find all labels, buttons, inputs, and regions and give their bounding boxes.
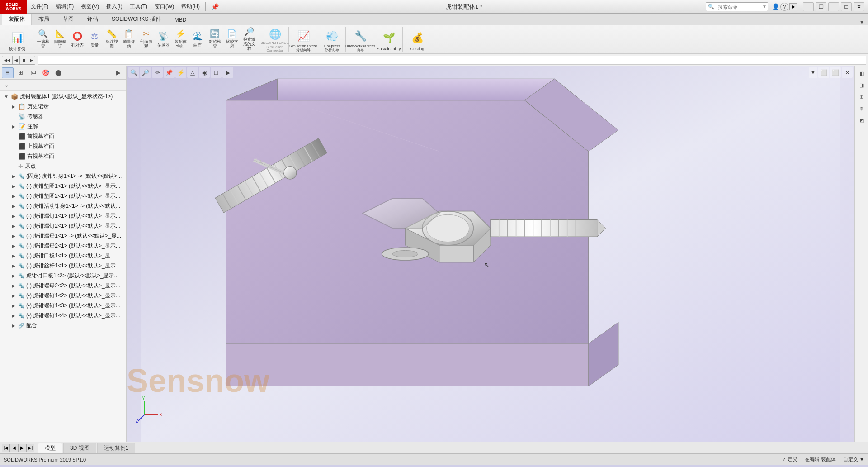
vp-lightning-btn[interactable]: ⚡ bbox=[175, 67, 186, 78]
vp-play-btn[interactable]: ▶ bbox=[222, 67, 233, 78]
tab-motion[interactable]: 运动算例1 bbox=[97, 443, 136, 453]
ribbon-icon-mass-eval[interactable]: 📋 质量评估 bbox=[121, 28, 137, 50]
tab-mbd[interactable]: MBD bbox=[168, 14, 193, 25]
ribbon-icon-symmetry[interactable]: 🔄 对称检查 bbox=[207, 28, 223, 50]
vp-tri-btn[interactable]: △ bbox=[187, 67, 198, 78]
ribbon-icon-hole-align[interactable]: ⭕ 孔对齐 bbox=[69, 28, 85, 50]
tree-history[interactable]: ▶ 📋 历史记录 bbox=[7, 101, 126, 111]
tree-expand-washer1[interactable]: ▶ bbox=[11, 183, 16, 189]
tree-expand-bolt3[interactable]: ▶ bbox=[11, 313, 16, 318]
tree-expand-mate[interactable]: ▶ bbox=[11, 323, 16, 328]
ribbon-icon-costing[interactable]: 💰 Costing bbox=[406, 28, 428, 53]
tree-washer1[interactable]: ▶ 🔩 (-) 虎钳垫圈1<1> (默认<<默认>_显示... bbox=[7, 181, 126, 191]
tab-evaluate[interactable]: 评估 bbox=[80, 13, 105, 25]
ribbon-icon-perf[interactable]: ⚡ 装配体性能 bbox=[172, 28, 189, 50]
ribbon-icon-curve[interactable]: 🌊 曲面 bbox=[189, 28, 206, 50]
ribbon-icon-driveworks[interactable]: 🔧 DriveWorksXpress向导 bbox=[349, 28, 371, 53]
tree-expand-plate2[interactable]: ▶ bbox=[11, 273, 16, 278]
rp-btn-4[interactable]: ⊗ bbox=[856, 103, 867, 114]
tree-expand-bolt2[interactable]: ▶ bbox=[11, 303, 16, 308]
tree-bolt2[interactable]: ▶ 🔩 (-) 虎钳螺钉1<3> (默认<<默认>_显示... bbox=[7, 300, 126, 310]
vp-rect-btn[interactable]: □ bbox=[211, 67, 222, 78]
cmd-next-btn[interactable]: ▶ bbox=[28, 56, 35, 65]
vp-circle-btn[interactable]: ◉ bbox=[199, 67, 210, 78]
cmd-stop-btn[interactable]: ⏹ bbox=[20, 56, 28, 65]
3d-viewport[interactable]: 🔍 🔎 ✏ 📌 ⚡ △ ◉ □ ▶ ▼ ⬜ ⬜ ✕ bbox=[127, 66, 854, 442]
tree-root[interactable]: ▼ 📦 虎钳装配体1 (默认<默认_显示状态-1>) bbox=[0, 91, 126, 101]
vp-expand2-btn[interactable]: ⬜ bbox=[830, 67, 841, 78]
tree-expand-root[interactable]: ▼ bbox=[4, 94, 9, 99]
vp-pin-btn[interactable]: 📌 bbox=[164, 67, 175, 78]
ribbon-icon-mass[interactable]: ⚖ 质量 bbox=[86, 28, 103, 50]
tree-front-plane[interactable]: ⬛ 前视基准面 bbox=[7, 131, 126, 141]
nav-first-btn[interactable]: |◀ bbox=[2, 444, 10, 452]
ribbon-icon-compare[interactable]: 📄 比较文档 bbox=[224, 28, 240, 50]
panel-tab-property[interactable]: ⊞ bbox=[14, 67, 26, 78]
rp-btn-3[interactable]: ⊕ bbox=[856, 91, 867, 102]
panel-collapse-btn[interactable]: ─ bbox=[828, 2, 839, 11]
ribbon-icon-check-active[interactable]: 🔎 检查激活的文档 bbox=[241, 28, 257, 50]
tree-expand-screw2[interactable]: ▶ bbox=[11, 223, 16, 229]
panel-tab-target[interactable]: 🎯 bbox=[40, 67, 52, 78]
tab-sw-plugins[interactable]: SOLIDWORKS 插件 bbox=[105, 13, 168, 25]
nav-next-btn[interactable]: ▶ bbox=[18, 444, 26, 452]
menu-pin[interactable]: 📌 bbox=[208, 0, 222, 13]
vp-zoom2-btn[interactable]: 🔎 bbox=[140, 67, 151, 78]
vp-view-menu-btn[interactable]: ▼ bbox=[809, 67, 817, 78]
ribbon-icon-sustainability[interactable]: 🌱 Sustainability bbox=[378, 28, 400, 53]
tree-body1[interactable]: ▶ 🔩 (固定) 虎钳钳身1<1> -> (默认<<默认>... bbox=[7, 171, 126, 181]
user-icon[interactable]: 👤 bbox=[772, 3, 779, 10]
tree-right-plane[interactable]: ⬛ 右视基准面 bbox=[7, 151, 126, 161]
tree-screw1[interactable]: ▶ 🔩 (-) 虎钳螺钉1<1> (默认<<默认>_显示... bbox=[7, 211, 126, 221]
status-custom[interactable]: 自定义 ▼ bbox=[843, 456, 864, 463]
tree-rod1[interactable]: ▶ 🔩 (-) 虎钳丝杆1<1> (默认<<默认>_显示... bbox=[7, 261, 126, 271]
tree-movejaw[interactable]: ▶ 🔩 (-) 虎钳活动钳身1<1> -> (默认<<默认... bbox=[7, 201, 126, 211]
menu-view[interactable]: 视图(V) bbox=[77, 0, 103, 13]
tree-expand-nut2[interactable]: ▶ bbox=[11, 243, 16, 248]
tree-origin[interactable]: ✚ 原点 bbox=[7, 161, 126, 171]
panel-tab-feature-tree[interactable]: ≡ bbox=[2, 67, 14, 78]
tree-screw2[interactable]: ▶ 🔩 (-) 虎钳螺钉2<1> (默认<<默认>_显示... bbox=[7, 221, 126, 231]
expand-icon[interactable]: ▶ bbox=[789, 3, 797, 10]
tree-expand-bolt1[interactable]: ▶ bbox=[11, 293, 16, 298]
menu-help[interactable]: 帮助(H) bbox=[178, 0, 203, 13]
tree-expand-screw1[interactable]: ▶ bbox=[11, 213, 16, 219]
rp-btn-5[interactable]: ◩ bbox=[856, 115, 867, 126]
menu-edit[interactable]: 编辑(E) bbox=[52, 0, 77, 13]
tree-nut2[interactable]: ▶ 🔩 (-) 虎钳螺母2<1> (默认<<默认>_显示... bbox=[7, 241, 126, 251]
tab-assembly[interactable]: 装配体 bbox=[2, 13, 32, 25]
vp-close-btn[interactable]: ✕ bbox=[842, 67, 853, 78]
nav-prev-btn[interactable]: ◀ bbox=[10, 444, 18, 452]
rp-btn-1[interactable]: ◧ bbox=[856, 68, 867, 79]
nav-last-btn[interactable]: ▶| bbox=[26, 444, 34, 452]
cmd-prev-btn2[interactable]: ◀ bbox=[13, 56, 20, 65]
tree-expand-nut1[interactable]: ▶ bbox=[11, 233, 16, 238]
ribbon-icon-sensor[interactable]: 📡 传感器 bbox=[155, 28, 171, 50]
rp-btn-2[interactable]: ◨ bbox=[856, 80, 867, 91]
ribbon-icon-clearance[interactable]: 📐 间隙验证 bbox=[52, 28, 68, 50]
filter-icon[interactable]: ⬦ bbox=[2, 81, 11, 90]
menu-window[interactable]: 窗口(W) bbox=[151, 0, 178, 13]
tree-mate[interactable]: ▶ 🔗 配合 bbox=[7, 320, 126, 330]
tree-nut3[interactable]: ▶ 🔩 (-) 虎钳螺母2<2> (默认<<默认>_显示... bbox=[7, 281, 126, 291]
tree-expand-rod1[interactable]: ▶ bbox=[11, 263, 16, 268]
tree-top-plane[interactable]: ⬛ 上视基准面 bbox=[7, 141, 126, 151]
ribbon-icon-annotation-view[interactable]: 📏 标注视图 bbox=[104, 28, 120, 50]
vp-expand-btn[interactable]: ⬜ bbox=[818, 67, 829, 78]
tree-nut1[interactable]: ▶ 🔩 (-) 虎钳螺母1<1> -> (默认<<默认>_显... bbox=[7, 231, 126, 241]
menu-tools[interactable]: 工具(T) bbox=[126, 0, 151, 13]
tree-expand-note[interactable]: ▶ bbox=[11, 124, 16, 129]
tab-sketch[interactable]: 草图 bbox=[56, 13, 80, 25]
close-button[interactable]: ✕ bbox=[854, 2, 864, 11]
tree-plate1[interactable]: ▶ 🔩 (-) 虎钳口板1<1> (默认<<默认>_显... bbox=[7, 251, 126, 261]
ribbon-icon-section[interactable]: ✂ 剖面质观 bbox=[138, 28, 154, 50]
tab-layout[interactable]: 布局 bbox=[32, 13, 56, 25]
menu-insert[interactable]: 插入(I) bbox=[103, 0, 126, 13]
tree-expand-plate1[interactable]: ▶ bbox=[11, 253, 16, 258]
panel-tab-config[interactable]: 🏷 bbox=[27, 67, 39, 78]
tree-expand-movejaw[interactable]: ▶ bbox=[11, 203, 16, 209]
ribbon-icon-3dexp[interactable]: 🌐 3DEXPERIENCESimulation Connector bbox=[264, 28, 286, 53]
search-box[interactable]: 🔍 ▼ bbox=[706, 2, 768, 11]
ribbon-icon-floXpress[interactable]: 💨 FloXpress分析向导 bbox=[321, 28, 343, 53]
vp-zoom-btn[interactable]: 🔍 bbox=[128, 67, 139, 78]
